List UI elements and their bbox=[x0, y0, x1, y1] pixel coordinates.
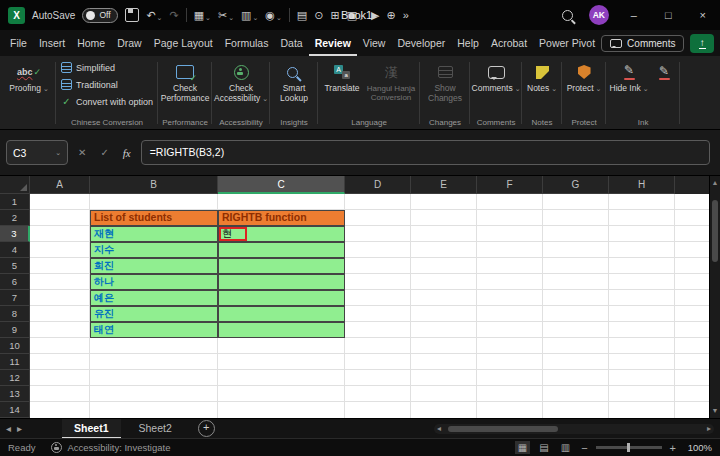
share-button[interactable]: ↑ bbox=[690, 34, 714, 53]
zoom-level[interactable]: 100% bbox=[684, 442, 712, 453]
row-header-5[interactable]: 5 bbox=[0, 258, 30, 274]
row-header-14[interactable]: 14 bbox=[0, 402, 30, 418]
row-header-6[interactable]: 6 bbox=[0, 274, 30, 290]
search-icon[interactable] bbox=[562, 10, 573, 21]
row-header-2[interactable]: 2 bbox=[0, 210, 30, 226]
row-header-1[interactable]: 1 bbox=[0, 194, 30, 210]
column-header-F[interactable]: F bbox=[477, 176, 543, 194]
protect-button[interactable]: Protect⌄ bbox=[565, 59, 603, 94]
column-header-C[interactable]: C bbox=[218, 176, 345, 194]
cell-C3[interactable]: 현 bbox=[218, 226, 345, 242]
zoom-in-button[interactable]: + bbox=[668, 442, 678, 454]
ribbon-tab-formulas[interactable]: Formulas bbox=[219, 30, 275, 56]
ribbon-tab-file[interactable]: File bbox=[4, 30, 33, 56]
zoom-slider[interactable] bbox=[596, 446, 662, 449]
column-header-E[interactable]: E bbox=[411, 176, 477, 194]
scroll-down-icon[interactable]: ▼ bbox=[710, 406, 720, 416]
sheet-nav-left-icon[interactable]: ◂ bbox=[6, 423, 11, 434]
enter-icon[interactable]: ✓ bbox=[96, 147, 112, 158]
convert-with-option-button[interactable]: ✓ Convert with option bbox=[59, 93, 155, 110]
new-sheet-button[interactable]: + bbox=[198, 420, 215, 437]
check-performance-button[interactable]: Check Performance bbox=[161, 59, 209, 104]
ribbon-tab-power-pivot[interactable]: Power Pivot bbox=[533, 30, 601, 56]
column-header-A[interactable]: A bbox=[30, 176, 90, 194]
cell-B5[interactable]: 희진 bbox=[90, 258, 218, 274]
row-header-4[interactable]: 4 bbox=[0, 242, 30, 258]
sheet-nav-right-icon[interactable]: ▸ bbox=[17, 423, 22, 434]
paste-button[interactable]: ▥⌄ bbox=[241, 10, 258, 21]
ribbon-tab-developer[interactable]: Developer bbox=[391, 30, 451, 56]
page-break-view-icon[interactable]: ▥ bbox=[558, 441, 573, 454]
normal-view-icon[interactable]: ▦ bbox=[515, 441, 530, 454]
cell-C6[interactable] bbox=[218, 274, 345, 290]
smart-lookup-button[interactable]: Smart Lookup bbox=[273, 59, 315, 104]
cut-button[interactable]: ✂⌄ bbox=[218, 10, 234, 21]
scroll-right-icon[interactable]: ▸ bbox=[707, 424, 711, 434]
vertical-scrollbar[interactable]: ▲ ▼ bbox=[709, 176, 720, 418]
hide-ink-button[interactable]: ✎ Hide Ink⌄ bbox=[609, 59, 649, 94]
ribbon-tab-help[interactable]: Help bbox=[451, 30, 485, 56]
maximize-button[interactable]: □ bbox=[659, 9, 678, 21]
ribbon-comments-button[interactable]: Comments⌄ bbox=[473, 59, 519, 94]
formula-input[interactable]: =RIGHTB(B3,2) bbox=[141, 140, 710, 165]
row-header-7[interactable]: 7 bbox=[0, 290, 30, 306]
row-header-10[interactable]: 10 bbox=[0, 338, 30, 354]
ribbon-tab-draw[interactable]: Draw bbox=[111, 30, 148, 56]
column-header-D[interactable]: D bbox=[345, 176, 411, 194]
check-accessibility-button[interactable]: Check Accessibility⌄ bbox=[215, 59, 267, 104]
comments-button[interactable]: Comments bbox=[601, 35, 684, 52]
simplified-button[interactable]: Simplified bbox=[59, 59, 117, 76]
page-layout-view-icon[interactable]: ▤ bbox=[536, 441, 551, 454]
autosave-toggle[interactable]: Off bbox=[82, 8, 118, 23]
sheet-tab-sheet2[interactable]: Sheet2 bbox=[127, 419, 184, 439]
horizontal-scrollbar[interactable]: ◂ ▸ bbox=[434, 424, 714, 434]
hangul-hanja-conversion-button[interactable]: 漢 Hangul Hanja Conversion bbox=[365, 59, 417, 102]
cancel-icon[interactable]: ✕ bbox=[74, 147, 90, 158]
insert-function-icon[interactable]: fx bbox=[119, 147, 135, 159]
cell-B9[interactable]: 태연 bbox=[90, 322, 218, 338]
cell-C2[interactable]: RIGHTB function bbox=[218, 210, 345, 226]
user-avatar[interactable]: AK bbox=[589, 5, 609, 25]
proofing-button[interactable]: abc ✓ Proofing⌄ bbox=[5, 59, 53, 94]
cell-C5[interactable] bbox=[218, 258, 345, 274]
translate-button[interactable]: Translate bbox=[321, 59, 363, 94]
vertical-scrollbar-thumb[interactable] bbox=[712, 200, 718, 262]
row-header-8[interactable]: 8 bbox=[0, 306, 30, 322]
ink-tools-button[interactable]: ✎ bbox=[651, 59, 677, 80]
minimize-button[interactable]: – bbox=[625, 9, 643, 21]
cell-B7[interactable]: 예은 bbox=[90, 290, 218, 306]
more-commands-button[interactable]: » bbox=[403, 10, 409, 21]
cell-C4[interactable] bbox=[218, 242, 345, 258]
cell-B3[interactable]: 재현 bbox=[90, 226, 218, 242]
draw-table-button[interactable]: ▦⌄ bbox=[194, 10, 211, 21]
ribbon-tab-view[interactable]: View bbox=[357, 30, 392, 56]
horizontal-scrollbar-thumb[interactable] bbox=[448, 426, 558, 432]
row-header-11[interactable]: 11 bbox=[0, 354, 30, 370]
zoom-slider-thumb[interactable] bbox=[627, 443, 630, 452]
sheet-tab-sheet1[interactable]: Sheet1 bbox=[62, 419, 120, 439]
cell-C8[interactable] bbox=[218, 306, 345, 322]
cell-B6[interactable]: 하나 bbox=[90, 274, 218, 290]
add-user-button[interactable]: ⊕ bbox=[386, 10, 395, 21]
zoom-out-button[interactable]: − bbox=[579, 442, 589, 454]
row-header-3[interactable]: 3 bbox=[0, 226, 30, 242]
cell-C7[interactable] bbox=[218, 290, 345, 306]
select-all-corner[interactable] bbox=[0, 176, 30, 194]
name-box[interactable]: C3 ⌄ bbox=[6, 140, 68, 165]
camera-button[interactable]: ⊙ bbox=[314, 10, 323, 21]
scroll-up-icon[interactable]: ▲ bbox=[710, 178, 720, 188]
row-header-13[interactable]: 13 bbox=[0, 386, 30, 402]
cell-B4[interactable]: 지수 bbox=[90, 242, 218, 258]
ribbon-tab-acrobat[interactable]: Acrobat bbox=[485, 30, 533, 56]
traditional-button[interactable]: Traditional bbox=[59, 76, 120, 93]
row-header-12[interactable]: 12 bbox=[0, 370, 30, 386]
ribbon-tab-insert[interactable]: Insert bbox=[33, 30, 71, 56]
ribbon-tab-home[interactable]: Home bbox=[71, 30, 111, 56]
cell-B2[interactable]: List of students bbox=[90, 210, 218, 226]
row-header-9[interactable]: 9 bbox=[0, 322, 30, 338]
ribbon-tab-review[interactable]: Review bbox=[309, 30, 357, 56]
grid-canvas[interactable]: List of studentsRIGHTB function재현지수희진하나예… bbox=[30, 194, 710, 418]
save-icon[interactable] bbox=[125, 8, 139, 22]
redo-button[interactable]: ↷ bbox=[169, 10, 178, 21]
column-header-G[interactable]: G bbox=[543, 176, 609, 194]
